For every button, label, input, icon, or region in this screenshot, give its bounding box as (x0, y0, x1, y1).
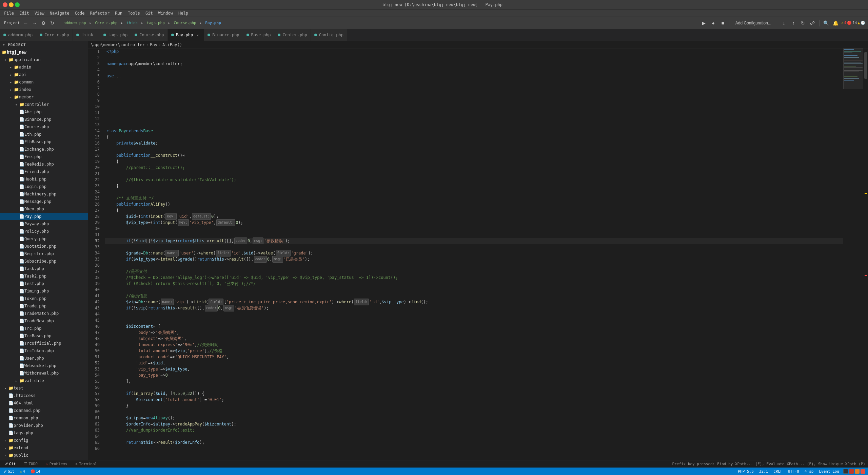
tree-item-extend[interactable]: ▸ 📁 extend (0, 444, 88, 452)
tree-item-task[interactable]: 📄 Task.php (0, 265, 88, 272)
tree-item-index[interactable]: ▸ 📁 index (0, 86, 88, 93)
bottom-tab-todo[interactable]: ☰ TODO (21, 460, 41, 468)
tree-item-eth[interactable]: 📄 Eth.php (0, 131, 88, 138)
tree-item-provider[interactable]: 📄 provider.php (0, 422, 88, 429)
tab-base[interactable]: Base.php (243, 29, 275, 41)
code-area[interactable]: <?php namespace app\member\controller; u… (105, 49, 843, 460)
tree-item-member[interactable]: ▾ 📁 member (0, 93, 88, 101)
tree-item-login[interactable]: 📄 Login.php (0, 183, 88, 190)
minimap[interactable] (843, 49, 863, 460)
tab-tags[interactable]: tags.php (100, 29, 132, 41)
status-errors[interactable]: 🔴 14 (29, 468, 42, 475)
minimap-slider[interactable] (843, 49, 863, 89)
toolbar-addmem-tab[interactable]: addmem.php (62, 21, 87, 25)
tree-item-controller[interactable]: ▾ 📁 controller (0, 101, 88, 108)
toolbar-course-tab[interactable]: Course.php (172, 21, 197, 25)
toolbar-pay-tab[interactable]: Pay.php (204, 21, 222, 25)
tab-course[interactable]: Course.php (131, 29, 167, 41)
tree-item-query[interactable]: 📄 Query.php (0, 235, 88, 243)
status-encoding[interactable]: UTF-8 (787, 468, 801, 475)
tree-item-api[interactable]: ▸ 📁 api (0, 71, 88, 78)
breadcrumb-part3[interactable]: AliPay() (162, 42, 182, 47)
tree-item-application[interactable]: ▾ 📁 application (0, 56, 88, 63)
tab-core[interactable]: Core_c.php (36, 29, 73, 41)
tab-config[interactable]: Config.php (311, 29, 347, 41)
window-controls[interactable] (3, 2, 20, 7)
tree-item-common[interactable]: ▸ 📁 common (0, 78, 88, 86)
tree-item-timing[interactable]: 📄 Timing.php (0, 287, 88, 295)
status-line-ending[interactable]: CRLF (772, 468, 784, 475)
tree-item-exchange[interactable]: 📄 Exchange.php (0, 146, 88, 153)
toolbar-think-tab[interactable]: think (125, 21, 139, 25)
bottom-tab-terminal[interactable]: > Terminal (73, 460, 100, 468)
menu-file[interactable]: File (1, 10, 17, 16)
menu-help[interactable]: Help (176, 10, 191, 16)
tree-item-subscribe[interactable]: 📄 Subscribe.php (0, 258, 88, 265)
status-warnings[interactable]: ⚠ 4 (19, 468, 26, 475)
tree-item-trade[interactable]: 📄 Trade.php (0, 302, 88, 310)
tree-item-payway[interactable]: 📄 Payway.php (0, 220, 88, 228)
tree-item-feedredis[interactable]: 📄 FeeRedis.php (0, 160, 88, 168)
toolbar-git-history-btn[interactable]: ↻ (799, 19, 807, 27)
tab-close-pay[interactable]: ✕ (195, 32, 200, 38)
maximize-button[interactable] (15, 2, 20, 7)
bottom-tab-git[interactable]: ☍ Git (3, 460, 19, 468)
tree-item-common-php[interactable]: 📄 common.php (0, 414, 88, 422)
menu-window[interactable]: Window (156, 10, 176, 16)
tree-item-task2[interactable]: 📄 Task2.php (0, 272, 88, 280)
add-config-button[interactable]: Add Configuration... (733, 19, 774, 27)
tree-item-public[interactable]: ▸ 📁 public (0, 452, 88, 459)
breadcrumb-part1[interactable]: \app\member\controller (91, 42, 145, 47)
close-button[interactable] (3, 2, 7, 7)
tab-addmem[interactable]: addmem.php (0, 29, 36, 41)
status-git-branch[interactable]: ☍ Git (3, 468, 16, 475)
tree-item-ethbase[interactable]: 📄 EthBase.php (0, 138, 88, 146)
toolbar-back-btn[interactable]: ← (22, 19, 30, 27)
tree-item-binance-file[interactable]: 📄 Binance.php (0, 116, 88, 123)
scrollbar-thumb[interactable] (864, 52, 867, 79)
tree-item-btgj[interactable]: 📁 btgj_new (0, 49, 88, 56)
status-indent[interactable]: 4 sp (803, 468, 815, 475)
editor-scrollbar[interactable] (863, 49, 868, 460)
bottom-tab-problems[interactable]: ⚠ Problems (43, 460, 70, 468)
tree-item-huobi[interactable]: 📄 Huobi.php (0, 175, 88, 183)
tab-center[interactable]: Center.php (274, 29, 311, 41)
tree-item-register[interactable]: 📄 Register.php (0, 250, 88, 258)
tree-item-404-test[interactable]: 📄 404.html (0, 399, 88, 407)
tree-item-abc[interactable]: 📄 Abc.php (0, 108, 88, 116)
tree-item-websocket[interactable]: 📄 Websocket.php (0, 362, 88, 369)
tree-item-htaccess-test[interactable]: 📄 .htaccess (0, 392, 88, 399)
tree-item-trcbase[interactable]: 📄 TrcBase.php (0, 332, 88, 340)
toolbar-search-btn[interactable]: 🔍 (822, 19, 830, 27)
menu-run[interactable]: Run (112, 10, 125, 16)
tree-item-admin[interactable]: ▸ 📁 admin (0, 63, 88, 71)
toolbar-settings-btn[interactable]: ⚙ (39, 19, 47, 27)
menu-edit[interactable]: Edit (17, 10, 32, 16)
tree-item-fee[interactable]: 📄 Fee.php (0, 153, 88, 160)
minimize-button[interactable] (9, 2, 14, 7)
status-event-log[interactable]: Event Log (817, 468, 841, 475)
toolbar-forward-btn[interactable]: → (31, 19, 39, 27)
tree-item-quotation[interactable]: 📄 Quotation.php (0, 243, 88, 250)
tree-item-message[interactable]: 📄 Message.php (0, 198, 88, 205)
tab-pay[interactable]: Pay.php ✕ (168, 29, 204, 41)
tree-item-command[interactable]: 📄 command.php (0, 407, 88, 414)
status-php[interactable]: PHP 5.6 (736, 468, 755, 475)
toolbar-debug-btn[interactable]: ● (709, 19, 717, 27)
menu-view[interactable]: View (32, 10, 47, 16)
tree-item-validate[interactable]: ▸ 📁 validate (0, 377, 88, 384)
toolbar-git-push-btn[interactable]: ↑ (789, 19, 797, 27)
toolbar-git-branch-btn[interactable]: ☍ (808, 19, 816, 27)
tree-item-trc[interactable]: 📄 Trc.php (0, 325, 88, 332)
tree-item-pay-file[interactable]: 📄 Pay.php (0, 213, 88, 220)
toolbar-notifications-btn[interactable]: 🔔 (832, 19, 840, 27)
tree-item-user[interactable]: 📄 User.php (0, 355, 88, 362)
tree-item-course-file[interactable]: 📄 Course.php (0, 123, 88, 131)
tree-item-test-folder[interactable]: ▾ 📁 test (0, 384, 88, 392)
toolbar-git-update-btn[interactable]: ↓ (780, 19, 788, 27)
tree-item-tradenew[interactable]: 📄 TradeNew.php (0, 317, 88, 325)
status-position[interactable]: 32:1 (758, 468, 770, 475)
tree-item-machinery[interactable]: 📄 Machinery.php (0, 190, 88, 198)
breadcrumb-part2[interactable]: Pay (150, 42, 157, 47)
menu-git[interactable]: Git (143, 10, 156, 16)
